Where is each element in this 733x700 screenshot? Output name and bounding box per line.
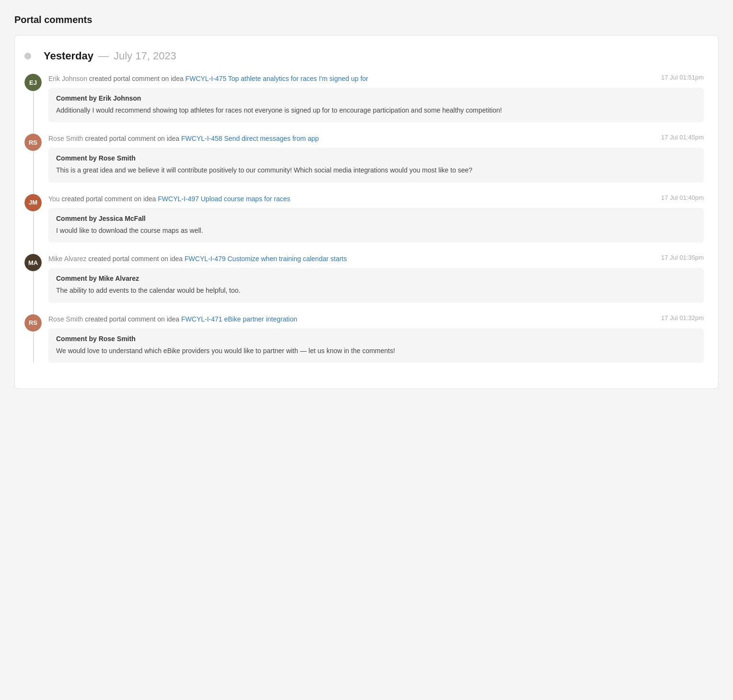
idea-link[interactable]: FWCYL-I-497 Upload course maps for races: [158, 195, 290, 203]
page-title: Portal comments: [14, 14, 719, 25]
comment-box: Comment by Rose SmithWe would love to un…: [48, 328, 704, 363]
idea-link[interactable]: FWCYL-I-471 eBike partner integration: [181, 315, 297, 323]
comment-box: Comment by Jessica McFallI would like to…: [48, 208, 704, 242]
idea-link[interactable]: FWCYL-I-458 Send direct messages from ap…: [181, 135, 319, 142]
activity-header: You created portal comment on idea FWCYL…: [48, 194, 704, 204]
comment-text: I would like to download the course maps…: [56, 225, 696, 236]
comment-text: Additionally I would recommend showing t…: [56, 105, 696, 115]
activity-time: 17 Jul 01:40pm: [661, 194, 704, 201]
comment-box: Comment by Rose SmithThis is a great ide…: [48, 148, 704, 182]
portal-comments-card: Yesterday — July 17, 2023 EJErik Johnson…: [14, 35, 719, 389]
activity-header: Rose Smith created portal comment on ide…: [48, 134, 704, 144]
idea-link[interactable]: FWCYL-I-479 Customize when training cale…: [185, 255, 347, 263]
activity-content: Rose Smith created portal comment on ide…: [48, 314, 704, 363]
comment-text: We would love to understand which eBike …: [56, 345, 696, 356]
activity-text: Rose Smith created portal comment on ide…: [48, 314, 653, 324]
comment-text: This is a great idea and we believe it w…: [56, 165, 696, 175]
activity-time: 17 Jul 01:35pm: [661, 254, 704, 261]
activity-text: Rose Smith created portal comment on ide…: [48, 134, 653, 144]
activity-content: Rose Smith created portal comment on ide…: [48, 134, 704, 182]
activity-time: 17 Jul 01:51pm: [661, 74, 704, 81]
user-name: Erik Johnson: [48, 75, 87, 82]
activity-header: Erik Johnson created portal comment on i…: [48, 74, 704, 84]
activity-timeline: EJErik Johnson created portal comment on…: [24, 74, 704, 363]
avatar: JM: [24, 194, 42, 211]
activity-time: 17 Jul 01:32pm: [661, 314, 704, 321]
avatar: EJ: [24, 74, 42, 91]
activity-content: Erik Johnson created portal comment on i…: [48, 74, 704, 122]
user-name: You: [48, 195, 60, 203]
activity-item: RSRose Smith created portal comment on i…: [24, 314, 704, 363]
activity-content: You created portal comment on idea FWCYL…: [48, 194, 704, 242]
comment-author: Comment by Erik Johnson: [56, 94, 696, 102]
avatar: MA: [24, 254, 42, 271]
date-separator: —: [98, 50, 109, 62]
comment-box: Comment by Erik JohnsonAdditionally I wo…: [48, 88, 704, 122]
activity-text: You created portal comment on idea FWCYL…: [48, 194, 653, 204]
user-name: Mike Alvarez: [48, 255, 86, 263]
activity-item: EJErik Johnson created portal comment on…: [24, 74, 704, 122]
avatar: RS: [24, 314, 42, 332]
avatar: RS: [24, 134, 42, 151]
date-header: Yesterday — July 17, 2023: [24, 50, 704, 62]
date-relative: Yesterday: [44, 50, 93, 62]
idea-link[interactable]: FWCYL-I-475 Top athlete analytics for ra…: [186, 75, 368, 82]
activity-text: Erik Johnson created portal comment on i…: [48, 74, 653, 84]
comment-author: Comment by Mike Alvarez: [56, 275, 696, 282]
comment-author: Comment by Jessica McFall: [56, 215, 696, 222]
activity-item: MAMike Alvarez created portal comment on…: [24, 254, 704, 302]
activity-header: Mike Alvarez created portal comment on i…: [48, 254, 704, 264]
user-name: Rose Smith: [48, 135, 83, 142]
activity-text: Mike Alvarez created portal comment on i…: [48, 254, 653, 264]
activity-header: Rose Smith created portal comment on ide…: [48, 314, 704, 324]
comment-box: Comment by Mike AlvarezThe ability to ad…: [48, 268, 704, 302]
comment-author: Comment by Rose Smith: [56, 154, 696, 162]
comment-text: The ability to add events to the calenda…: [56, 285, 696, 296]
activity-item: JMYou created portal comment on idea FWC…: [24, 194, 704, 242]
date-full: July 17, 2023: [114, 50, 176, 62]
user-name: Rose Smith: [48, 315, 83, 323]
activity-item: RSRose Smith created portal comment on i…: [24, 134, 704, 182]
activity-content: Mike Alvarez created portal comment on i…: [48, 254, 704, 302]
activity-time: 17 Jul 01:45pm: [661, 134, 704, 141]
comment-author: Comment by Rose Smith: [56, 335, 696, 343]
